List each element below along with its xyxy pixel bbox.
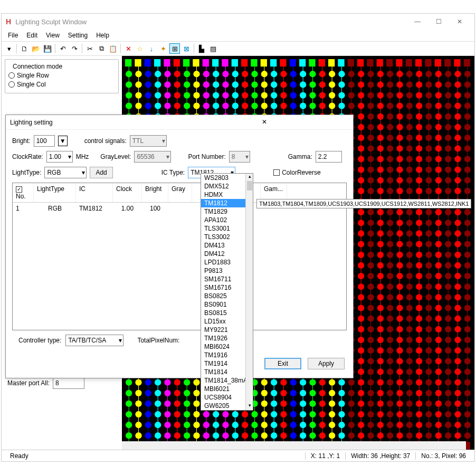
scroll-thumb[interactable] (247, 181, 252, 191)
svg-point-492 (242, 432, 248, 439)
svg-point-116 (155, 71, 161, 77)
svg-point-1273 (445, 252, 451, 258)
open-icon[interactable]: 📂 (31, 43, 41, 54)
status-ready: Ready (5, 452, 305, 460)
svg-point-1358 (464, 347, 471, 354)
menu-setting[interactable]: Setting (64, 31, 92, 40)
svg-point-829 (329, 379, 335, 386)
svg-point-1227 (435, 166, 442, 173)
svg-point-1042 (387, 220, 393, 226)
th-gray[interactable]: Gray (168, 183, 192, 202)
svg-point-1194 (425, 220, 432, 226)
close-button[interactable]: ✕ (449, 14, 470, 30)
svg-point-1148 (416, 135, 422, 141)
undo-icon[interactable]: ↶ (58, 43, 68, 54)
save-icon[interactable]: 💾 (42, 43, 53, 54)
svg-point-762 (319, 71, 326, 77)
svg-point-1172 (416, 390, 422, 396)
colorreverse-checkbox[interactable]: ColorReverse (273, 169, 320, 176)
apply-button[interactable]: Apply (308, 358, 345, 369)
th-clock[interactable]: Clock (113, 183, 142, 202)
svg-point-611 (280, 81, 287, 88)
menu-edit[interactable]: Edit (22, 31, 42, 40)
radio-single-row[interactable]: Single Row (8, 72, 115, 79)
svg-rect-647 (290, 59, 296, 66)
h-scrollbar[interactable] (122, 441, 466, 450)
delete-icon[interactable]: ✕ (123, 43, 134, 54)
add-button[interactable]: Add (90, 167, 112, 178)
dropdown-icon[interactable]: ▾ (4, 43, 14, 54)
header-checkbox[interactable]: ✓ (16, 186, 22, 193)
svg-point-1058 (387, 390, 393, 396)
svg-point-1284 (445, 368, 451, 375)
bright-dropdown-icon[interactable]: ▼ (58, 136, 68, 146)
menu-file[interactable]: File (4, 31, 22, 40)
sparkle-icon[interactable]: ✦ (158, 43, 168, 54)
redo-icon[interactable]: ↷ (69, 43, 80, 54)
svg-point-649 (290, 81, 297, 88)
controller-combo[interactable]: TA/TB/TC/SA▾ (65, 335, 123, 346)
svg-point-869 (338, 401, 345, 407)
svg-point-262 (184, 411, 190, 417)
arrow-down-icon[interactable]: ↓ (146, 43, 157, 54)
svg-point-1195 (425, 230, 432, 236)
tool2-icon[interactable]: ▨ (208, 43, 218, 54)
svg-point-34 (126, 411, 132, 417)
svg-point-1158 (416, 241, 422, 247)
scroll-up-icon[interactable]: ▴ (246, 174, 253, 181)
minimize-button[interactable]: — (407, 14, 428, 30)
tool1-icon[interactable]: ▙ (196, 43, 207, 54)
svg-point-1229 (435, 188, 442, 194)
box-icon[interactable]: ⊠ (181, 43, 192, 54)
exit-button[interactable]: Exit (264, 358, 301, 369)
svg-point-1069 (396, 103, 403, 109)
paste-icon[interactable]: 📋 (108, 43, 118, 54)
new-icon[interactable]: 🗋 (19, 43, 30, 54)
svg-point-70 (135, 390, 141, 396)
master-input[interactable] (53, 377, 84, 389)
svg-point-1173 (416, 401, 422, 407)
status-xy: X: 11 ,Y: 1 (305, 452, 345, 460)
svg-point-146 (155, 390, 161, 396)
svg-point-945 (358, 401, 364, 407)
dropdown-option[interactable]: HBS1920 (201, 410, 253, 411)
star-icon[interactable]: ☆ (135, 43, 145, 54)
grid-icon[interactable]: ⊞ (169, 43, 180, 54)
dialog-close-icon[interactable]: ✕ (179, 118, 349, 127)
svg-point-1265 (445, 166, 451, 173)
th-lighttype[interactable]: LightType (34, 183, 76, 202)
lighttype-combo[interactable]: RGB▾ (44, 167, 87, 178)
clock-combo[interactable]: 1.00▾ (46, 151, 73, 163)
window-title: Lighting Sculpt Window (15, 18, 407, 26)
svg-point-1073 (396, 145, 403, 151)
th-bright[interactable]: Bright (142, 183, 168, 202)
bright-input[interactable] (34, 135, 55, 147)
dropdown-scrollbar[interactable]: ▴ ▾ (245, 174, 253, 410)
gamma-input[interactable] (316, 151, 342, 163)
svg-point-376 (213, 411, 219, 417)
scroll-down-icon[interactable]: ▾ (246, 403, 253, 410)
svg-point-72 (135, 411, 141, 417)
svg-point-1166 (416, 326, 422, 332)
menu-help[interactable]: Help (92, 31, 113, 40)
svg-point-946 (358, 411, 364, 417)
menu-view[interactable]: View (42, 31, 64, 40)
svg-point-1081 (396, 230, 403, 236)
maximize-button[interactable]: ☐ (428, 14, 449, 30)
svg-point-803 (329, 103, 335, 109)
cut-icon[interactable]: ✂ (84, 43, 95, 54)
svg-point-1137 (406, 422, 413, 428)
svg-point-383 (222, 81, 229, 88)
svg-point-529 (251, 422, 258, 428)
ictype-dropdown[interactable]: WS2803DMX512HDMXTM1812TM1829APA102TLS300… (201, 173, 253, 411)
copy-icon[interactable]: ⧉ (96, 43, 107, 54)
svg-point-718 (300, 411, 306, 417)
svg-point-1309 (454, 230, 461, 236)
svg-rect-533 (261, 59, 267, 66)
svg-point-1018 (377, 368, 384, 375)
th-ic[interactable]: IC (76, 183, 113, 202)
svg-point-1001 (377, 188, 384, 194)
radio-single-col[interactable]: Single Col (8, 81, 115, 88)
svg-point-641 (280, 401, 287, 407)
gray-combo: 65536▾ (134, 151, 171, 163)
